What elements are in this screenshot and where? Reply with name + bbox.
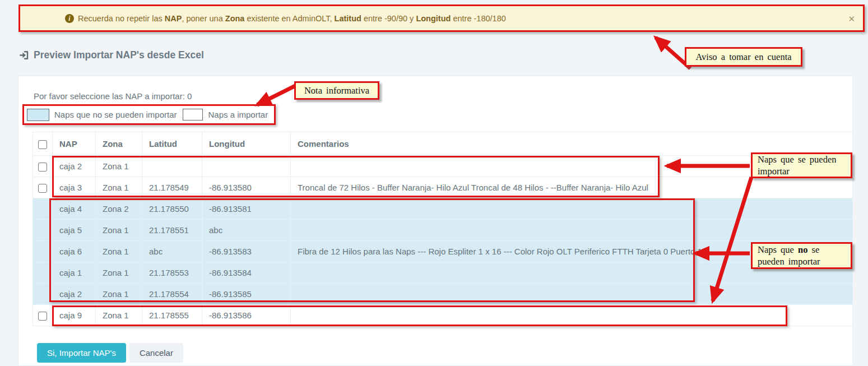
- cell-latitud: 21.178550: [142, 198, 202, 220]
- table-row-blocked: caja 5Zona 121.178551abc: [33, 220, 853, 241]
- cell-nap: caja 1: [53, 262, 96, 284]
- cell-nap: caja 3: [53, 177, 96, 198]
- cell-nap: caja 6: [53, 241, 96, 262]
- callout-no-importables-text: Naps que no se pueden importar: [758, 244, 846, 267]
- callout-importables-text: Naps que se pueden importar: [758, 154, 846, 177]
- import-preview-page: i Recuerda no repetir las NAP, poner una…: [0, 0, 868, 366]
- cell-zona: Zona 1: [96, 305, 142, 326]
- annotation-box-alert: i Recuerda no repetir las NAP, poner una…: [18, 4, 865, 32]
- cell-longitud: -86.913584: [202, 262, 291, 284]
- cell-nap: caja 5: [53, 220, 96, 241]
- cell-latitud: [142, 156, 202, 177]
- table-row-importable: caja 2Zona 1: [33, 156, 853, 177]
- row-checkbox[interactable]: [38, 184, 47, 193]
- cancel-button[interactable]: Cancelar: [129, 343, 183, 363]
- select-all-checkbox[interactable]: [38, 140, 47, 149]
- info-icon: i: [65, 14, 74, 23]
- callout-no-importables: Naps que no se pueden importar: [751, 242, 852, 269]
- alert-close-button[interactable]: ✕: [848, 14, 855, 22]
- column-header: Longitud: [202, 132, 291, 156]
- callout-aviso: Aviso a tomar en cuenta: [685, 47, 802, 67]
- cell-zona: Zona 1: [96, 284, 142, 305]
- cell-longitud: [202, 156, 291, 177]
- column-header: Zona: [96, 132, 142, 156]
- callout-nota: Nota informativa: [294, 81, 379, 100]
- cell-zona: Zona 1: [96, 262, 142, 284]
- cell-comentarios: [291, 198, 853, 220]
- cell-comentarios: Troncal de 72 Hilos - Buffer Naranja- Hi…: [291, 177, 853, 198]
- cell-nap: caja 2: [53, 156, 96, 177]
- cell-longitud: -86.913581: [202, 198, 291, 220]
- importable-color-swatch: [183, 109, 203, 121]
- cell-nap: caja 4: [53, 198, 96, 220]
- annotation-box-legend: Naps que no se pueden importar Naps a im…: [22, 104, 276, 125]
- cell-comentarios: [291, 284, 853, 305]
- table-row-importable: caja 9Zona 121.178555-86.913586: [33, 305, 853, 326]
- cell-latitud: abc: [142, 241, 202, 262]
- cell-zona: Zona 1: [96, 241, 142, 262]
- cell-latitud: 21.178549: [142, 177, 202, 198]
- cell-zona: Zona 2: [96, 198, 142, 220]
- cell-longitud: -86.913586: [202, 305, 291, 326]
- cell-latitud: 21.178555: [142, 305, 202, 326]
- select-note-label: Por favor seleccione las NAP a importar:: [34, 91, 185, 101]
- cell-zona: Zona 1: [96, 156, 142, 177]
- cell-zona: Zona 1: [96, 220, 142, 241]
- cell-latitud: 21.178554: [142, 284, 202, 305]
- cell-longitud: -86.913583: [202, 241, 291, 262]
- cell-longitud: -86.913580: [202, 177, 291, 198]
- table-body: caja 2Zona 1caja 3Zona 121.178549-86.913…: [33, 156, 853, 326]
- row-checkbox[interactable]: [38, 163, 47, 172]
- blocked-color-swatch: [27, 109, 49, 121]
- nap-table: NAPZonaLatitudLongitudComentarios caja 2…: [33, 132, 853, 326]
- selected-count: 0: [187, 91, 192, 101]
- page-title: Preview Importar NAP's desde Excel: [18, 49, 204, 61]
- cell-nap: caja 9: [53, 305, 96, 326]
- row-checkbox[interactable]: [38, 312, 47, 321]
- cell-comentarios: [291, 305, 853, 326]
- table-row-blocked: caja 2Zona 121.178554-86.913585: [33, 284, 853, 305]
- footer-buttons: Si, Importar NAP's Cancelar: [37, 343, 183, 363]
- import-confirm-button[interactable]: Si, Importar NAP's: [37, 343, 126, 363]
- nap-table-wrap: NAPZonaLatitudLongitudComentarios caja 2…: [33, 132, 853, 326]
- table-row-blocked: caja 6Zona 1abc-86.913583Fibra de 12 Hil…: [33, 241, 853, 262]
- sign-in-icon: [18, 50, 29, 61]
- cell-latitud: 21.178551: [142, 220, 202, 241]
- callout-importables: Naps que se pueden importar: [751, 152, 852, 178]
- cell-latitud: 21.178553: [142, 262, 202, 284]
- table-row-blocked: caja 1Zona 121.178553-86.913584: [33, 262, 853, 284]
- warning-alert: i Recuerda no repetir las NAP, poner una…: [20, 6, 863, 30]
- column-header: NAP: [53, 132, 96, 156]
- cell-longitud: abc: [202, 220, 291, 241]
- legend-import-label: Naps a importar: [208, 110, 268, 119]
- column-header: Latitud: [142, 132, 202, 156]
- cell-zona: Zona 1: [96, 177, 142, 198]
- table-row-importable: caja 3Zona 121.178549-86.913580Troncal d…: [33, 177, 853, 198]
- cell-comentarios: [291, 220, 853, 241]
- legend-blocked-label: Naps que no se pueden importar: [54, 110, 177, 119]
- cell-nap: caja 2: [53, 284, 96, 305]
- alert-message: Recuerda no repetir las NAP, poner una Z…: [78, 14, 506, 23]
- select-note: Por favor seleccione las NAP a importar:…: [34, 91, 192, 101]
- page-title-text: Preview Importar NAP's desde Excel: [34, 49, 204, 61]
- table-row-blocked: caja 4Zona 221.178550-86.913581: [33, 198, 853, 220]
- cell-longitud: -86.913585: [202, 284, 291, 305]
- table-header-row: NAPZonaLatitudLongitudComentarios: [33, 132, 853, 156]
